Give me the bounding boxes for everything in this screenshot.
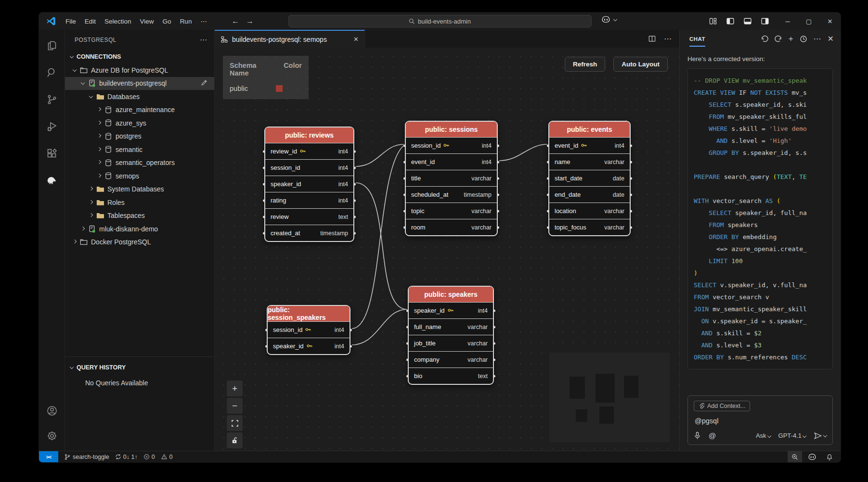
schema-table-public-session_speakers[interactable]: public: session_speakerssession_idint4sp… [267,305,350,355]
table-column-rating[interactable]: ratingint4 [265,192,353,208]
table-column-bio[interactable]: biotext [409,368,493,384]
table-column-topic[interactable]: topicvarchar [406,203,497,219]
menu-item-run[interactable]: Run [176,16,196,27]
extensions-icon[interactable] [46,147,58,160]
chat-input-value[interactable]: @pgsql [695,417,826,425]
table-column-session_id[interactable]: session_idint4 [268,321,350,338]
menu-item-file[interactable]: File [61,16,80,27]
table-column-location[interactable]: locationvarchar [549,203,630,219]
table-column-full_name[interactable]: full_namevarchar [409,318,493,335]
table-header[interactable]: public: sessions [406,122,497,137]
copilot-status-icon[interactable] [804,451,820,462]
menu-item-go[interactable]: Go [158,16,176,27]
sync-indicator[interactable]: 0↓ 1↑ [115,454,138,460]
tree-item-postgres[interactable]: postgres [65,130,214,143]
schema-table-public-reviews[interactable]: public: reviewsreview_idint4session_idin… [264,127,354,242]
table-column-session_id[interactable]: session_idint4 [406,137,497,153]
tree-item-docker-postgresql[interactable]: Docker PostgreSQL [65,236,214,249]
chat-input-box[interactable]: Add Context... @pgsql @ Ask GPT-4.1 [687,395,833,445]
table-column-review_id[interactable]: review_idint4 [265,143,353,159]
undo-icon[interactable] [761,35,768,43]
table-column-job_title[interactable]: job_titlevarchar [409,335,493,351]
zoom-out-button[interactable]: − [227,398,243,414]
add-context-button[interactable]: Add Context... [694,401,750,411]
new-chat-icon[interactable]: + [789,34,793,44]
zoom-status-button[interactable] [788,451,802,462]
table-column-scheduled_at[interactable]: scheduled_attimestamp [406,186,497,203]
query-history-header[interactable]: QUERY HISTORY [65,361,214,374]
close-button[interactable]: ✕ [819,13,841,30]
tab-schema-visualizer[interactable]: buildevents-postgresql: semops ✕ [215,30,365,48]
lock-button[interactable] [227,432,243,448]
menu-overflow-icon[interactable]: ⋯ [196,15,211,27]
account-icon[interactable] [46,405,58,417]
table-header[interactable]: public: speakers [409,287,493,302]
warnings-indicator[interactable]: 0 [161,454,173,460]
tree-item-semops[interactable]: semops [65,169,214,183]
table-column-speaker_id[interactable]: speaker_idint4 [265,176,353,192]
minimize-button[interactable]: ─ [777,13,798,30]
toggle-panel-icon[interactable] [743,17,752,25]
run-debug-icon[interactable] [46,120,58,133]
send-button[interactable] [814,432,827,440]
table-column-name[interactable]: namevarchar [549,153,630,170]
table-header[interactable]: public: reviews [265,127,353,143]
table-column-event_id[interactable]: event_idint4 [549,137,630,153]
editor-actions-more-icon[interactable]: ⋯ [664,34,672,43]
tree-item-tablespaces[interactable]: Tablespaces [65,209,214,223]
minimap[interactable] [549,353,670,442]
table-header[interactable]: public: session_speakers [268,306,350,321]
model-select[interactable]: GPT-4.1 [778,432,806,439]
tree-item-semantic[interactable]: semantic [65,143,214,156]
zoom-in-button[interactable]: + [227,381,243,396]
toggle-secondary-sidebar-icon[interactable] [761,17,769,25]
split-editor-icon[interactable] [648,35,656,43]
table-column-end_date[interactable]: end_datedate [549,186,630,203]
toggle-sidebar-icon[interactable] [726,17,735,25]
edit-connection-icon[interactable] [201,79,207,88]
tree-item-buildevents-postgresql[interactable]: buildevents-postgresql [65,77,214,90]
schema-canvas[interactable]: Schema Name Color public Refresh Auto La… [215,48,679,451]
tree-item-azure-sys[interactable]: azure_sys [65,116,214,130]
copilot-menu[interactable] [601,16,617,23]
chat-more-icon[interactable]: ⋯ [814,34,821,43]
table-column-room[interactable]: roomvarchar [406,219,497,235]
table-header[interactable]: public: events [549,122,630,137]
table-column-event_id[interactable]: event_idint4 [406,153,497,170]
customize-layout-icon[interactable] [709,17,717,25]
refresh-button[interactable]: Refresh [565,57,605,72]
chat-panel-title[interactable]: CHAT [689,31,705,47]
fit-view-button[interactable] [227,415,243,431]
schema-table-public-events[interactable]: public: eventsevent_idint4namevarcharsta… [548,121,631,236]
maximize-button[interactable]: ▢ [798,13,819,30]
table-column-speaker_id[interactable]: speaker_idint4 [409,302,493,318]
explorer-icon[interactable] [46,39,58,52]
table-column-start_date[interactable]: start_datedate [549,170,630,186]
sidebar-more-icon[interactable]: ⋯ [200,36,207,44]
schema-table-public-sessions[interactable]: public: sessionssession_idint4event_idin… [405,121,498,236]
back-icon[interactable]: ← [232,17,239,25]
history-icon[interactable] [800,35,807,43]
tree-item-roles[interactable]: Roles [65,196,214,209]
tab-close-icon[interactable]: ✕ [353,36,359,43]
menu-item-view[interactable]: View [136,16,158,27]
connections-section-header[interactable]: CONNECTIONS [65,50,214,63]
auto-layout-button[interactable]: Auto Layout [613,57,668,72]
menu-item-selection[interactable]: Selection [100,16,136,27]
menu-item-edit[interactable]: Edit [80,16,100,27]
remote-indicator[interactable]: >< [39,451,58,462]
table-column-topic_focus[interactable]: topic_focusvarchar [549,219,630,235]
notifications-bell-icon[interactable] [822,451,837,462]
settings-gear-icon[interactable] [46,430,58,442]
chat-close-icon[interactable]: ✕ [828,34,834,43]
tree-item-azure-maintenance[interactable]: azure_maintenance [65,103,214,117]
postgresql-view-icon[interactable] [46,174,58,187]
tree-item-databases[interactable]: Databases [65,90,214,103]
tree-item-mluk-diskann-demo[interactable]: mluk-diskann-demo [65,222,214,236]
chat-mode-select[interactable]: Ask [756,432,771,439]
command-center-search[interactable]: build-events-admin [288,15,592,27]
table-column-company[interactable]: companyvarchar [409,351,493,368]
search-view-icon[interactable] [46,66,58,79]
table-column-title[interactable]: titlevarchar [406,170,497,186]
source-control-icon[interactable] [46,93,58,106]
